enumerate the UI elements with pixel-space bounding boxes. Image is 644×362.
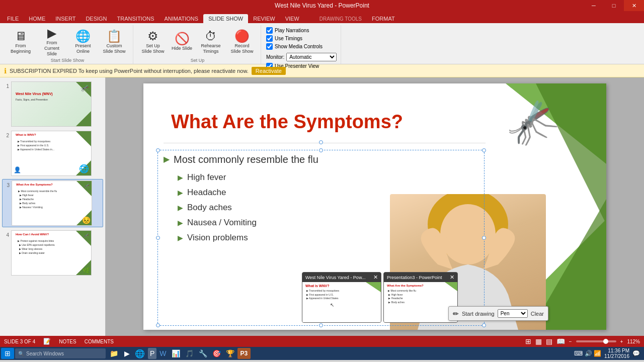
present-online-button[interactable]: 🌐 Present Online bbox=[68, 28, 98, 55]
start-drawing-button[interactable]: Start drawing bbox=[462, 311, 495, 317]
zoom-slider[interactable] bbox=[576, 340, 616, 342]
canvas-area: 🦟 What Are the Symptoms? ▶ Most commonly… bbox=[106, 77, 644, 336]
svg-point-1 bbox=[440, 204, 496, 264]
reactivate-button[interactable]: Reactivate bbox=[252, 67, 286, 75]
popup-header-1: West Nile Virus Yared - Pow... ✕ bbox=[302, 273, 381, 282]
minimize-button[interactable]: ─ bbox=[584, 0, 604, 11]
notes-label[interactable]: NOTES bbox=[59, 339, 76, 344]
arrow-icon-3: ▶ bbox=[178, 204, 183, 212]
zoom-minus-button[interactable]: − bbox=[569, 339, 572, 344]
ribbon-group-monitors: Play Narrations Use Timings Show Media C… bbox=[262, 25, 341, 64]
slide-img-4: How Can I Avoid WNV? ▶ Protect against m… bbox=[11, 230, 92, 276]
title-bar-controls: ─ □ ✕ bbox=[584, 0, 644, 11]
taskbar-icon-4[interactable]: 🎵 bbox=[183, 348, 196, 359]
main-area: 1 West Nile Virus (WNV) Facts, Signs, an… bbox=[0, 77, 644, 336]
zoom-thumb[interactable] bbox=[603, 339, 608, 344]
start-button[interactable]: ⊞ bbox=[1, 348, 14, 359]
tab-review[interactable]: REVIEW bbox=[248, 14, 280, 23]
clear-button[interactable]: Clear bbox=[531, 311, 544, 317]
rehearse-button[interactable]: ⏱ Rehearse Timings bbox=[196, 28, 225, 55]
slide-panel: 1 West Nile Virus (WNV) Facts, Signs, an… bbox=[0, 77, 106, 336]
tab-animations[interactable]: ANIMATIONS bbox=[159, 14, 204, 23]
title-bar-text: West Nile Virus Yared - PowerPoint bbox=[275, 2, 369, 9]
from-current-button[interactable]: ▶ From Current Slide bbox=[37, 25, 66, 57]
view-normal-icon[interactable]: ⊞ bbox=[525, 337, 531, 345]
taskbar-icon-5[interactable]: 🔧 bbox=[197, 348, 209, 359]
popup-window-1: West Nile Virus Yared - Pow... ✕ What is… bbox=[302, 272, 381, 323]
tab-insert[interactable]: INSERT bbox=[50, 14, 80, 23]
record-button[interactable]: 🔴 Record Slide Show bbox=[227, 28, 257, 55]
slide-thumb-4[interactable]: 4 How Can I Avoid WNV? ▶ Protect against… bbox=[2, 229, 103, 277]
close-button[interactable]: ✕ bbox=[624, 0, 644, 11]
slide-thumb-1[interactable]: 1 West Nile Virus (WNV) Facts, Signs, an… bbox=[2, 80, 103, 128]
tab-format[interactable]: FORMAT bbox=[367, 14, 400, 23]
tab-drawing-tools[interactable]: DRAWING TOOLS bbox=[314, 15, 367, 23]
comments-label[interactable]: COMMENTS bbox=[85, 339, 114, 344]
status-right: ⊞ ▦ ▤ 📖 − + 112% bbox=[525, 337, 640, 345]
tab-view[interactable]: VIEW bbox=[280, 14, 304, 23]
taskbar-powerpoint[interactable]: P bbox=[148, 348, 156, 359]
handle-ml[interactable] bbox=[156, 236, 160, 240]
rotate-handle[interactable] bbox=[319, 140, 323, 144]
slide-img-2: What is WNV? ▶ Transmitted by mosquitoes… bbox=[11, 131, 92, 176]
slide-title: What Are the Symptoms? bbox=[171, 111, 403, 133]
custom-icon: 📋 bbox=[107, 29, 122, 43]
from-beginning-button[interactable]: 🖥 From Beginning bbox=[6, 28, 35, 55]
slide-thumb-2[interactable]: 2 What is WNV? ▶ Transmitted by mosquito… bbox=[2, 130, 103, 177]
monitor-select[interactable]: Automatic bbox=[286, 53, 337, 61]
handle-bc[interactable] bbox=[319, 323, 323, 327]
arrow-icon-4: ▶ bbox=[178, 219, 183, 227]
arrow-icon-2: ▶ bbox=[178, 189, 183, 197]
popup-close-2[interactable]: ✕ bbox=[450, 274, 454, 281]
ribbon-group-start-slideshow: 🖥 From Beginning ▶ From Current Slide 🌐 … bbox=[2, 25, 133, 64]
taskbar-icon-6[interactable]: 🎯 bbox=[210, 348, 223, 359]
taskbar-popups: West Nile Virus Yared - Pow... ✕ What is… bbox=[302, 272, 458, 323]
main-arrow-icon: ▶ bbox=[164, 154, 170, 164]
taskbar-search[interactable]: 🔍 Search Windows bbox=[15, 348, 106, 358]
play-narrations-check[interactable] bbox=[266, 27, 273, 34]
popup-preview-2: What Are the Symptoms? ▶ Most commonly l… bbox=[384, 282, 457, 322]
ribbon: 🖥 From Beginning ▶ From Current Slide 🌐 … bbox=[0, 23, 644, 64]
notifications-icon[interactable]: 💬 bbox=[632, 350, 640, 357]
taskbar-browser[interactable]: 🌐 bbox=[133, 348, 147, 359]
tab-slideshow[interactable]: SLIDE SHOW bbox=[203, 14, 248, 23]
popup-preview-1: What is WNV? ▶ Transmitted by mosquitoes… bbox=[302, 282, 381, 322]
use-timings-check[interactable] bbox=[266, 35, 273, 42]
taskbar-media-player[interactable]: ▶ bbox=[122, 348, 132, 359]
drawing-toolbar: ✏ Start drawing Pen Clear bbox=[448, 306, 548, 321]
slide-info: SLIDE 3 OF 4 bbox=[4, 339, 35, 344]
handle-tc[interactable] bbox=[319, 148, 323, 152]
view-outline-icon[interactable]: ▦ bbox=[535, 337, 542, 345]
set-up-button[interactable]: ⚙ Set Up Slide Show bbox=[138, 28, 168, 55]
maximize-button[interactable]: □ bbox=[604, 0, 624, 11]
show-media-check[interactable] bbox=[266, 43, 273, 50]
view-slide-icon[interactable]: ▤ bbox=[546, 337, 552, 345]
zoom-plus-button[interactable]: + bbox=[620, 339, 623, 344]
handle-tr[interactable] bbox=[482, 148, 486, 152]
pen-type-select[interactable]: Pen bbox=[498, 309, 528, 318]
status-bar: SLIDE 3 OF 4 📝 NOTES COMMENTS ⊞ ▦ ▤ 📖 − … bbox=[0, 336, 644, 347]
taskbar-icon-3[interactable]: 📊 bbox=[170, 348, 182, 359]
tab-file[interactable]: FILE bbox=[2, 14, 24, 23]
hide-slide-button[interactable]: 🚫 Hide Slide bbox=[170, 31, 194, 52]
tab-home[interactable]: HOME bbox=[24, 14, 50, 23]
slide-thumb-3[interactable]: 3 What Are the Symptoms? ▶ Most commonly… bbox=[2, 179, 103, 227]
taskbar-file-explorer[interactable]: 📁 bbox=[107, 348, 121, 359]
zoom-level[interactable]: 112% bbox=[627, 339, 640, 344]
bullet-5: ▶ Vision problems bbox=[178, 233, 415, 243]
tab-transitions[interactable]: TRANSITIONS bbox=[112, 14, 159, 23]
popup-close-1[interactable]: ✕ bbox=[373, 274, 378, 281]
handle-bl[interactable] bbox=[156, 323, 160, 327]
tab-design[interactable]: DESIGN bbox=[80, 14, 112, 23]
popup-title-1: West Nile Virus Yared - Pow... bbox=[305, 275, 365, 280]
slide-content: ▶ Most commonly resemble the flu ▶ High … bbox=[164, 154, 415, 248]
taskbar-word[interactable]: W bbox=[157, 348, 168, 359]
taskbar-ppt-active[interactable]: P3 bbox=[237, 348, 251, 359]
bullet-2: ▶ Headache bbox=[178, 188, 415, 198]
custom-slideshow-button[interactable]: 📋 Custom Slide Show bbox=[100, 28, 129, 55]
system-tray: ⌨ 🔊 📶 bbox=[574, 350, 601, 357]
handle-tl[interactable] bbox=[156, 148, 160, 152]
taskbar-icon-7[interactable]: 🏆 bbox=[224, 348, 236, 359]
popup-window-2: Presentation3 - PowerPoint ✕ What Are th… bbox=[383, 272, 458, 323]
view-reader-icon[interactable]: 📖 bbox=[556, 337, 565, 345]
